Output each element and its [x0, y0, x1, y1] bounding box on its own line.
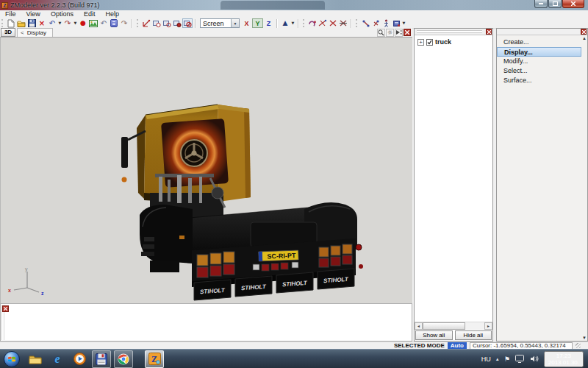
vertex-detach-button[interactable]	[338, 18, 348, 28]
new-file-button[interactable]	[6, 18, 16, 28]
skeleton-tool-button[interactable]	[370, 18, 381, 28]
taskbar-floppy-app-button[interactable]	[92, 350, 111, 368]
viewport-3d-canvas[interactable]: SC-RI-PT STIHOLT STIHOLT	[0, 38, 412, 303]
delete-button[interactable]: ×	[37, 18, 47, 28]
show-all-button[interactable]: Show all	[415, 330, 453, 340]
display-settings-icon[interactable]	[514, 354, 525, 364]
view-world-button[interactable]	[172, 18, 182, 28]
toolbar-grip[interactable]	[356, 19, 358, 27]
language-indicator[interactable]: HU	[481, 355, 491, 363]
axis-z-label: z	[41, 291, 44, 296]
vertex-move-button[interactable]	[318, 18, 328, 28]
taskbar-explorer-button[interactable]	[26, 350, 45, 368]
toolbar-grip[interactable]	[1, 19, 4, 27]
view-cone-button[interactable]: ▲	[280, 18, 290, 28]
scroll-right-icon[interactable]: ►	[484, 322, 492, 330]
floppy-icon	[96, 353, 107, 365]
command-surface[interactable]: Surface...	[497, 76, 581, 85]
menu-view[interactable]: View	[21, 10, 46, 18]
pose-tool-button[interactable]	[391, 18, 401, 28]
notes-button[interactable]	[109, 18, 119, 28]
viewport-play-button[interactable]	[395, 29, 403, 37]
license-plate-text: SC-RI-PT	[267, 252, 296, 260]
view-disabled-button[interactable]	[182, 18, 193, 28]
axis-x-button[interactable]: X	[241, 18, 252, 28]
taskbar-mediaplayer-button[interactable]	[70, 350, 89, 368]
tray-expand-icon[interactable]: ▲	[495, 357, 500, 361]
menu-help[interactable]: Help	[100, 10, 124, 18]
redo-button[interactable]: ↷	[119, 18, 129, 28]
close-button[interactable]	[562, 0, 584, 8]
tree-item-truck[interactable]: + truck	[415, 35, 492, 46]
taskbar-clock[interactable]: 17:23 2013.01.30.	[544, 351, 584, 367]
menu-options[interactable]: Options	[46, 10, 79, 18]
viewport-tab-display[interactable]: < Display	[17, 28, 53, 37]
save-button[interactable]	[26, 18, 37, 28]
resize-grip[interactable]	[576, 343, 581, 348]
menu-edit[interactable]: Edit	[79, 10, 101, 18]
axis-z-button[interactable]: Z	[263, 18, 274, 28]
viewport-close-button[interactable]	[404, 29, 411, 36]
scroll-down-icon[interactable]: ▼	[582, 336, 587, 340]
expand-plus-icon[interactable]: +	[417, 39, 424, 46]
command-modify[interactable]: Modify...	[497, 57, 581, 66]
toolbar-grip[interactable]	[303, 19, 305, 27]
output-panel[interactable]	[0, 303, 412, 342]
action-center-flag-icon[interactable]: ⚑	[504, 355, 510, 363]
scrollbar-thumb[interactable]	[423, 322, 465, 330]
auto-toggle[interactable]: Auto	[448, 342, 467, 349]
truck-model-render[interactable]: SC-RI-PT STIHOLT STIHOLT	[107, 82, 368, 303]
export-button[interactable]: ↷	[62, 18, 73, 28]
viewport-zoom-button[interactable]	[377, 29, 385, 37]
command-display[interactable]: Display...	[497, 47, 581, 57]
hide-all-button[interactable]: Hide all	[455, 330, 492, 340]
command-panel-header[interactable]	[497, 29, 587, 35]
record-button[interactable]: ●	[78, 18, 88, 28]
vertex-delete-button[interactable]	[328, 18, 338, 28]
back-arrow-icon[interactable]: <	[21, 29, 24, 36]
taskbar-zmodeler-button[interactable]: Z	[145, 350, 164, 368]
gizmo-axes-button[interactable]	[141, 18, 151, 28]
material-editor-button[interactable]	[88, 18, 98, 28]
combo-dropdown-icon[interactable]: ▼	[231, 19, 239, 27]
bones-tool-button[interactable]	[360, 18, 370, 28]
tree-horizontal-scrollbar[interactable]: ◄ ►	[415, 322, 492, 330]
command-select[interactable]: Select...	[497, 66, 581, 76]
export-dropdown[interactable]: ▼	[73, 18, 78, 28]
figure-tool-button[interactable]	[381, 18, 391, 28]
scroll-left-icon[interactable]: ◄	[415, 322, 423, 330]
toolbar-grip[interactable]	[137, 19, 139, 27]
weld-tool-button[interactable]	[307, 18, 318, 28]
taskbar-ie-button[interactable]: e	[48, 350, 67, 368]
output-panel-close-button[interactable]	[2, 305, 9, 312]
view-local-button[interactable]	[151, 18, 162, 28]
volume-icon[interactable]	[529, 354, 539, 364]
view-cone-dropdown[interactable]: ▼	[290, 18, 295, 28]
tools-dropdown[interactable]: ▼	[401, 18, 406, 28]
minimize-button[interactable]	[534, 0, 548, 8]
import-button[interactable]: ↶	[47, 18, 57, 28]
command-create[interactable]: Create...	[497, 38, 581, 47]
viewport-tab-label: Display	[27, 29, 46, 36]
undo-button[interactable]: ↶	[98, 18, 109, 28]
view-3d-button[interactable]: 3D	[1, 28, 15, 37]
viewport-settings-button[interactable]: ☼	[386, 29, 394, 37]
maximize-button[interactable]	[548, 0, 562, 8]
screen-mode-value: Screen	[201, 19, 231, 28]
panel-drag-grip[interactable]	[417, 30, 482, 33]
start-button[interactable]	[4, 351, 20, 367]
scene-tree-close-button[interactable]	[486, 29, 492, 35]
taskbar-chrome-button[interactable]	[114, 350, 133, 368]
scene-tree-header[interactable]	[415, 29, 492, 35]
title-bar[interactable]: Z ZModeler ver 2.2.3 (Build 971)	[0, 0, 588, 10]
scroll-up-icon[interactable]: ▲	[582, 36, 587, 40]
open-file-button[interactable]	[16, 18, 26, 28]
command-panel-close-button[interactable]	[581, 29, 587, 35]
screen-mode-select[interactable]: Screen ▼	[200, 18, 240, 28]
window-title: ZModeler ver 2.2.3 (Build 971)	[10, 1, 100, 9]
truck-visibility-checkbox[interactable]	[426, 39, 433, 46]
axis-y-button[interactable]: Y	[252, 18, 263, 28]
view-parent-button[interactable]	[162, 18, 172, 28]
menu-file[interactable]: File	[0, 10, 21, 18]
import-dropdown[interactable]: ▼	[57, 18, 62, 28]
